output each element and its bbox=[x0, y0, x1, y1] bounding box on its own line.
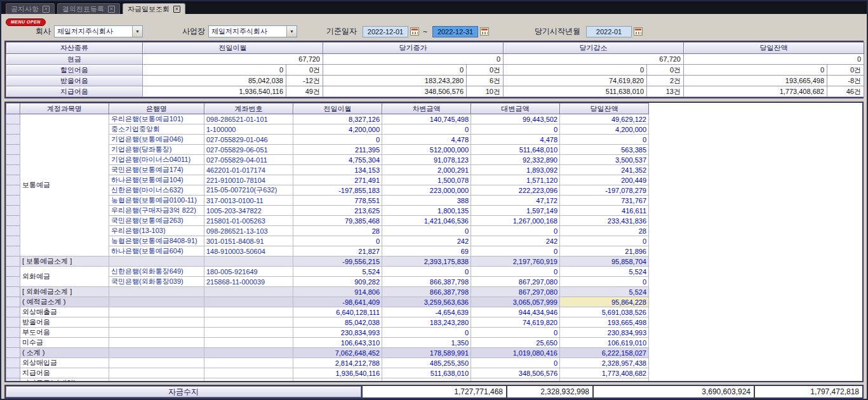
summary-amount-cell[interactable]: 511,638,010 bbox=[504, 86, 647, 97]
summary-amount-cell[interactable]: 0 bbox=[143, 65, 286, 76]
account-name-cell[interactable]: [ 보통예금소계 ] bbox=[20, 257, 109, 267]
account-number-cell[interactable] bbox=[204, 317, 293, 328]
summary-count-cell[interactable]: 6건 bbox=[467, 76, 504, 86]
credit-cell[interactable]: 867,297,080 bbox=[471, 277, 560, 287]
account-name-cell[interactable]: 지급어음 bbox=[20, 368, 109, 378]
debit-cell[interactable]: 1,350 bbox=[382, 338, 471, 348]
debit-cell[interactable]: 485,255,350 bbox=[382, 358, 471, 368]
summary-amount-cell[interactable]: 348,506,576 bbox=[323, 86, 467, 97]
bank-name-cell[interactable]: 신한은행(외화통장649) bbox=[109, 267, 204, 277]
account-number-cell[interactable] bbox=[204, 287, 293, 297]
today-balance-cell[interactable]: 6,222,158,027 bbox=[560, 348, 649, 358]
summary-count-cell[interactable]: 46건 bbox=[827, 86, 864, 97]
account-number-cell[interactable]: 148-910003-50604 bbox=[204, 246, 293, 257]
debit-cell[interactable]: 2,393,175,838 bbox=[382, 257, 471, 267]
today-balance-cell[interactable]: 416,611 bbox=[560, 206, 649, 216]
prev-balance-cell[interactable]: 6,640,128,111 bbox=[293, 307, 382, 317]
credit-cell[interactable]: 74,619,820 bbox=[471, 317, 560, 328]
bank-name-cell[interactable] bbox=[109, 257, 204, 267]
prev-balance-cell[interactable]: -197,855,183 bbox=[293, 185, 382, 196]
account-number-cell[interactable] bbox=[204, 297, 293, 307]
debit-cell[interactable]: 3,259,563,636 bbox=[382, 297, 471, 307]
row-selector-cell[interactable] bbox=[6, 206, 20, 216]
credit-cell[interactable]: 867,297,080 bbox=[471, 287, 560, 297]
credit-cell[interactable]: 1,571,120 bbox=[471, 175, 560, 185]
prev-balance-cell[interactable]: 289,978,263 bbox=[293, 378, 382, 383]
today-balance-cell[interactable]: 3,500,537 bbox=[560, 155, 649, 165]
account-number-cell[interactable]: 180-005-921649 bbox=[204, 267, 293, 277]
bank-name-cell[interactable]: 우리은행(13-103) bbox=[109, 226, 204, 236]
summary-row-label[interactable]: 할인어음 bbox=[6, 65, 143, 76]
prev-balance-cell[interactable]: 778,551 bbox=[293, 196, 382, 206]
bank-name-cell[interactable]: 국민은행(보통예금174) bbox=[109, 165, 204, 175]
credit-cell[interactable]: 99,443,502 bbox=[471, 114, 560, 124]
account-number-cell[interactable]: 215-05-007210(구632) bbox=[204, 185, 293, 196]
detail-header-gutter[interactable] bbox=[6, 103, 20, 114]
account-name-cell[interactable]: 미지급금(거래처) bbox=[20, 378, 109, 383]
today-balance-cell[interactable]: 0 bbox=[560, 236, 649, 246]
today-balance-cell[interactable]: 237,214,605 bbox=[560, 378, 649, 383]
row-selector-cell[interactable] bbox=[6, 236, 20, 246]
today-balance-cell[interactable]: 200,449 bbox=[560, 175, 649, 185]
account-name-cell[interactable]: 부도어음 bbox=[20, 328, 109, 338]
tab-close-icon[interactable]: × bbox=[43, 6, 50, 13]
site-select[interactable]: 제일저지주식회사 ▼ bbox=[208, 25, 297, 37]
prev-balance-cell[interactable]: -98,641,409 bbox=[293, 297, 382, 307]
tab-1[interactable]: 공지사항× bbox=[6, 3, 55, 14]
row-selector-cell[interactable] bbox=[6, 378, 20, 383]
debit-cell[interactable]: 91,078,123 bbox=[382, 155, 471, 165]
credit-cell[interactable]: 3,065,057,999 bbox=[471, 297, 560, 307]
account-number-cell[interactable] bbox=[204, 378, 293, 383]
credit-cell[interactable]: 511,648,010 bbox=[471, 145, 560, 155]
account-number-cell[interactable] bbox=[204, 348, 293, 358]
today-balance-cell[interactable]: 731,767 bbox=[560, 196, 649, 206]
credit-cell[interactable]: 1,019,080,416 bbox=[471, 348, 560, 358]
account-group-cell[interactable]: 외화예금 bbox=[20, 267, 109, 287]
account-number-cell[interactable]: 027-055829-01-046 bbox=[204, 135, 293, 145]
account-number-cell[interactable] bbox=[204, 328, 293, 338]
bank-name-cell[interactable] bbox=[109, 368, 204, 378]
row-selector-cell[interactable] bbox=[6, 165, 20, 175]
account-number-cell[interactable]: 027-055829-06-051 bbox=[204, 145, 293, 155]
company-select[interactable]: 제일저지주식회사 ▼ bbox=[54, 25, 143, 37]
tab-2[interactable]: 결의전표등록× bbox=[57, 3, 120, 14]
account-number-cell[interactable]: 1-100000 bbox=[204, 124, 293, 135]
prev-balance-cell[interactable]: 28 bbox=[293, 226, 382, 236]
summary-count-cell[interactable]: 10건 bbox=[467, 86, 504, 97]
credit-cell[interactable]: 242 bbox=[471, 236, 560, 246]
row-selector-cell[interactable] bbox=[6, 287, 20, 297]
bank-name-cell[interactable] bbox=[109, 358, 204, 368]
chevron-down-icon[interactable]: ▼ bbox=[286, 26, 297, 37]
account-number-cell[interactable]: 098-286521-13-103 bbox=[204, 226, 293, 236]
debit-cell[interactable]: 242 bbox=[382, 236, 471, 246]
summary-count-cell[interactable]: -8건 bbox=[827, 76, 864, 86]
row-selector-cell[interactable] bbox=[6, 358, 20, 368]
date-from-input[interactable]: 2022-12-01 bbox=[363, 26, 408, 37]
debit-cell[interactable]: 512,000,000 bbox=[382, 145, 471, 155]
account-number-cell[interactable]: 215801-01-005263 bbox=[204, 216, 293, 226]
row-selector-cell[interactable] bbox=[6, 317, 20, 328]
prev-balance-cell[interactable]: 8,327,126 bbox=[293, 114, 382, 124]
account-name-cell[interactable]: 외상매입금 bbox=[20, 358, 109, 368]
tab-3[interactable]: 자금일보조회× bbox=[123, 3, 185, 14]
prev-balance-cell[interactable]: 21,827 bbox=[293, 246, 382, 257]
credit-cell[interactable]: 4,478 bbox=[471, 135, 560, 145]
today-balance-cell[interactable]: 106,619,010 bbox=[560, 338, 649, 348]
prev-balance-cell[interactable]: 211,395 bbox=[293, 145, 382, 155]
row-selector-cell[interactable] bbox=[6, 307, 20, 317]
today-balance-cell[interactable]: 193,665,498 bbox=[560, 317, 649, 328]
bank-name-cell[interactable] bbox=[109, 287, 204, 297]
prev-balance-cell[interactable]: 271,491 bbox=[293, 175, 382, 185]
row-selector-cell[interactable] bbox=[6, 338, 20, 348]
prev-balance-cell[interactable]: 79,385,468 bbox=[293, 216, 382, 226]
debit-cell[interactable]: 0 bbox=[382, 267, 471, 277]
account-number-cell[interactable] bbox=[204, 307, 293, 317]
row-selector-cell[interactable] bbox=[6, 124, 20, 135]
credit-cell[interactable]: 348,506,576 bbox=[471, 368, 560, 378]
credit-cell[interactable]: 1,893,092 bbox=[471, 165, 560, 175]
bank-name-cell[interactable]: 우리은행(보통예금101) bbox=[109, 114, 204, 124]
bank-name-cell[interactable]: 농협은행(보통예금8408-91) bbox=[109, 236, 204, 246]
today-balance-cell[interactable]: 2,328,957,438 bbox=[560, 358, 649, 368]
chevron-down-icon[interactable]: ▼ bbox=[132, 26, 142, 37]
prev-balance-cell[interactable]: 4,755,304 bbox=[293, 155, 382, 165]
